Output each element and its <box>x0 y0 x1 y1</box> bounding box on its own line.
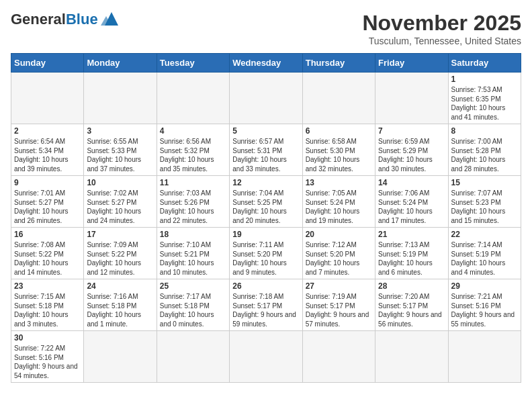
calendar-week-row: 30Sunrise: 7:22 AM Sunset: 5:16 PM Dayli… <box>11 331 521 383</box>
day-number: 30 <box>14 333 81 342</box>
day-info: Sunrise: 7:02 AM Sunset: 5:27 PM Dayligh… <box>87 189 153 225</box>
day-info: Sunrise: 7:13 AM Sunset: 5:19 PM Dayligh… <box>378 240 445 277</box>
day-info: Sunrise: 6:57 AM Sunset: 5:31 PM Dayligh… <box>232 137 299 173</box>
day-number: 21 <box>378 230 445 239</box>
calendar-cell: 24Sunrise: 7:16 AM Sunset: 5:18 PM Dayli… <box>84 279 157 331</box>
day-info: Sunrise: 7:22 AM Sunset: 5:16 PM Dayligh… <box>14 344 81 380</box>
day-info: Sunrise: 7:11 AM Sunset: 5:20 PM Dayligh… <box>232 240 299 277</box>
day-info: Sunrise: 7:18 AM Sunset: 5:17 PM Dayligh… <box>232 292 299 328</box>
logo-general-text: General <box>11 11 66 28</box>
day-info: Sunrise: 7:06 AM Sunset: 5:24 PM Dayligh… <box>378 189 445 225</box>
day-number: 29 <box>451 281 518 291</box>
calendar-week-row: 23Sunrise: 7:15 AM Sunset: 5:18 PM Dayli… <box>11 279 521 331</box>
page-header: General Blue November 2025 Tusculum, Ten… <box>11 11 521 46</box>
day-number: 11 <box>160 178 226 187</box>
calendar-cell <box>157 331 229 383</box>
day-number: 7 <box>378 126 445 136</box>
day-number: 24 <box>87 281 153 291</box>
calendar-table: SundayMondayTuesdayWednesdayThursdayFrid… <box>11 53 521 383</box>
day-number: 3 <box>87 126 153 136</box>
weekday-header-tuesday: Tuesday <box>157 54 229 73</box>
calendar-week-row: 16Sunrise: 7:08 AM Sunset: 5:22 PM Dayli… <box>11 228 521 279</box>
day-number: 18 <box>160 230 226 239</box>
calendar-cell: 3Sunrise: 6:55 AM Sunset: 5:33 PM Daylig… <box>84 124 157 176</box>
calendar-week-row: 1Sunrise: 7:53 AM Sunset: 6:35 PM Daylig… <box>11 73 521 124</box>
day-number: 27 <box>306 281 372 291</box>
calendar-cell: 22Sunrise: 7:14 AM Sunset: 5:19 PM Dayli… <box>448 228 521 279</box>
calendar-cell: 6Sunrise: 6:58 AM Sunset: 5:30 PM Daylig… <box>302 124 375 176</box>
day-number: 12 <box>232 178 299 187</box>
day-number: 2 <box>14 126 81 136</box>
weekday-header-friday: Friday <box>375 54 448 73</box>
calendar-cell: 13Sunrise: 7:05 AM Sunset: 5:24 PM Dayli… <box>302 176 375 228</box>
day-info: Sunrise: 7:08 AM Sunset: 5:22 PM Dayligh… <box>14 240 81 277</box>
month-title: November 2025 <box>362 11 521 36</box>
calendar-cell: 27Sunrise: 7:19 AM Sunset: 5:17 PM Dayli… <box>302 279 375 331</box>
calendar-cell: 21Sunrise: 7:13 AM Sunset: 5:19 PM Dayli… <box>375 228 448 279</box>
logo-icon <box>99 11 121 28</box>
day-info: Sunrise: 7:21 AM Sunset: 5:16 PM Dayligh… <box>451 292 518 328</box>
day-info: Sunrise: 6:59 AM Sunset: 5:29 PM Dayligh… <box>378 137 445 173</box>
day-number: 23 <box>14 281 81 291</box>
weekday-header-sunday: Sunday <box>11 54 84 73</box>
calendar-cell: 5Sunrise: 6:57 AM Sunset: 5:31 PM Daylig… <box>230 124 302 176</box>
calendar-cell <box>230 331 302 383</box>
calendar-cell: 16Sunrise: 7:08 AM Sunset: 5:22 PM Dayli… <box>11 228 84 279</box>
day-number: 26 <box>232 281 299 291</box>
calendar-cell: 7Sunrise: 6:59 AM Sunset: 5:29 PM Daylig… <box>375 124 448 176</box>
day-info: Sunrise: 6:55 AM Sunset: 5:33 PM Dayligh… <box>87 137 153 173</box>
day-info: Sunrise: 7:20 AM Sunset: 5:17 PM Dayligh… <box>378 292 445 328</box>
day-number: 6 <box>306 126 372 136</box>
day-number: 28 <box>378 281 445 291</box>
day-info: Sunrise: 6:58 AM Sunset: 5:30 PM Dayligh… <box>306 137 372 173</box>
day-number: 15 <box>451 178 518 187</box>
calendar-cell: 14Sunrise: 7:06 AM Sunset: 5:24 PM Dayli… <box>375 176 448 228</box>
calendar-cell: 10Sunrise: 7:02 AM Sunset: 5:27 PM Dayli… <box>84 176 157 228</box>
calendar-cell <box>230 73 302 124</box>
day-info: Sunrise: 7:17 AM Sunset: 5:18 PM Dayligh… <box>160 292 226 328</box>
day-number: 17 <box>87 230 153 239</box>
day-info: Sunrise: 7:53 AM Sunset: 6:35 PM Dayligh… <box>451 85 518 122</box>
day-info: Sunrise: 7:07 AM Sunset: 5:23 PM Dayligh… <box>451 189 518 225</box>
weekday-header-monday: Monday <box>84 54 157 73</box>
calendar-cell: 12Sunrise: 7:04 AM Sunset: 5:25 PM Dayli… <box>230 176 302 228</box>
calendar-cell: 1Sunrise: 7:53 AM Sunset: 6:35 PM Daylig… <box>448 73 521 124</box>
day-number: 8 <box>451 126 518 136</box>
day-number: 22 <box>451 230 518 239</box>
day-info: Sunrise: 7:03 AM Sunset: 5:26 PM Dayligh… <box>160 189 226 225</box>
day-info: Sunrise: 6:54 AM Sunset: 5:34 PM Dayligh… <box>14 137 81 173</box>
calendar-cell: 15Sunrise: 7:07 AM Sunset: 5:23 PM Dayli… <box>448 176 521 228</box>
calendar-week-row: 9Sunrise: 7:01 AM Sunset: 5:27 PM Daylig… <box>11 176 521 228</box>
day-info: Sunrise: 7:09 AM Sunset: 5:22 PM Dayligh… <box>87 240 153 277</box>
day-info: Sunrise: 7:12 AM Sunset: 5:20 PM Dayligh… <box>306 240 372 277</box>
calendar-cell: 20Sunrise: 7:12 AM Sunset: 5:20 PM Dayli… <box>302 228 375 279</box>
day-number: 14 <box>378 178 445 187</box>
calendar-cell: 18Sunrise: 7:10 AM Sunset: 5:21 PM Dayli… <box>157 228 229 279</box>
location-title: Tusculum, Tennessee, United States <box>362 36 521 46</box>
day-number: 16 <box>14 230 81 239</box>
calendar-cell: 8Sunrise: 7:00 AM Sunset: 5:28 PM Daylig… <box>448 124 521 176</box>
day-info: Sunrise: 7:14 AM Sunset: 5:19 PM Dayligh… <box>451 240 518 277</box>
day-number: 13 <box>306 178 372 187</box>
day-number: 1 <box>451 75 518 84</box>
day-info: Sunrise: 7:00 AM Sunset: 5:28 PM Dayligh… <box>451 137 518 173</box>
logo-blue-text: Blue <box>66 11 98 28</box>
day-number: 25 <box>160 281 226 291</box>
calendar-week-row: 2Sunrise: 6:54 AM Sunset: 5:34 PM Daylig… <box>11 124 521 176</box>
calendar-cell <box>11 73 84 124</box>
day-info: Sunrise: 7:10 AM Sunset: 5:21 PM Dayligh… <box>160 240 226 277</box>
calendar-cell: 30Sunrise: 7:22 AM Sunset: 5:16 PM Dayli… <box>11 331 84 383</box>
calendar-cell: 17Sunrise: 7:09 AM Sunset: 5:22 PM Dayli… <box>84 228 157 279</box>
calendar-cell: 19Sunrise: 7:11 AM Sunset: 5:20 PM Dayli… <box>230 228 302 279</box>
day-number: 10 <box>87 178 153 187</box>
weekday-header-wednesday: Wednesday <box>230 54 302 73</box>
calendar-cell <box>84 73 157 124</box>
calendar-cell <box>448 331 521 383</box>
calendar-cell <box>84 331 157 383</box>
day-number: 5 <box>232 126 299 136</box>
title-area: November 2025 Tusculum, Tennessee, Unite… <box>362 11 521 46</box>
calendar-cell <box>375 73 448 124</box>
calendar-cell: 26Sunrise: 7:18 AM Sunset: 5:17 PM Dayli… <box>230 279 302 331</box>
calendar-cell <box>302 331 375 383</box>
day-info: Sunrise: 7:05 AM Sunset: 5:24 PM Dayligh… <box>306 189 372 225</box>
